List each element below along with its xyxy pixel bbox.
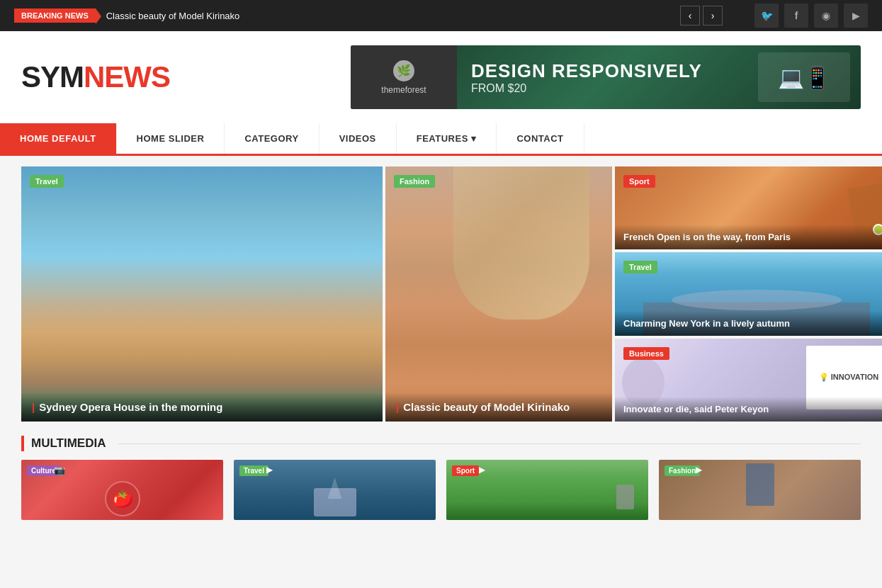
media-card-fashion[interactable]: Fashion ▶: [659, 460, 861, 520]
media-tag-fashion: Fashion: [665, 465, 700, 476]
card-caption-travel2: Charming New York in a lively autumn: [615, 311, 882, 336]
card-tag-sport: Sport: [623, 175, 655, 188]
youtube-icon[interactable]: ▶: [844, 4, 868, 28]
media-card-culture[interactable]: 🍅 Culture 📷: [21, 460, 223, 520]
card-caption-travel: Sydney Opera House in the morning: [21, 392, 383, 422]
breaking-news-text: Classic beauty of Model Kirinako: [106, 11, 669, 21]
social-icons-bar: 🐦 f ◉ ▶: [754, 4, 868, 28]
next-arrow[interactable]: ›: [703, 6, 723, 26]
banner-tf-logo: 🌿 themeforest: [351, 45, 457, 109]
media-tag-sport: Sport: [452, 465, 479, 476]
logo-sym: SYM: [21, 60, 84, 94]
banner-title: DESIGN RESPONSIVELY: [471, 60, 702, 82]
logo[interactable]: SYMNEWS: [21, 60, 170, 94]
nav-home-default[interactable]: HOME DEFAULT: [0, 123, 117, 154]
news-nav-arrows: ‹ ›: [680, 6, 723, 26]
facebook-icon[interactable]: f: [784, 4, 808, 28]
banner-devices: 💻📱: [758, 52, 861, 102]
tf-icon: 🌿: [393, 60, 414, 81]
card-tag-travel2: Travel: [623, 261, 657, 273]
main-nav: HOME DEFAULT HOME SLIDER CATEGORY VIDEOS…: [0, 123, 882, 156]
camera-icon: 📷: [54, 465, 65, 475]
device-icons: 💻📱: [758, 52, 850, 102]
logo-news: NEWS: [84, 60, 170, 94]
card-caption-business: Innovate or die, said Peter Keyon: [615, 397, 882, 422]
multimedia-grid: 🍅 Culture 📷 Travel ▶ Sport ▶ Fashion ▶: [21, 460, 861, 520]
media-card-travel[interactable]: Travel ▶: [234, 460, 436, 520]
card-fashion[interactable]: Fashion Classic beauty of Model Kirinako: [385, 166, 612, 422]
card-tag-fashion: Fashion: [394, 175, 435, 188]
breaking-news-bar: BREAKING NEWS Classic beauty of Model Ki…: [0, 0, 882, 31]
section-divider: [118, 443, 861, 444]
nav-home-slider[interactable]: HOME SLIDER: [117, 123, 225, 154]
card-tag-business: Business: [623, 347, 669, 360]
prev-arrow[interactable]: ‹: [680, 6, 700, 26]
card-caption-fashion: Classic beauty of Model Kirinako: [385, 392, 612, 422]
section-accent: [21, 436, 24, 451]
nav-category[interactable]: CATEGORY: [225, 123, 319, 154]
card-travel2[interactable]: Travel Charming New York in a lively aut…: [615, 252, 882, 335]
right-column: Sport French Open is on the way, from Pa…: [615, 166, 882, 422]
play-icon-travel: ▶: [266, 465, 273, 475]
media-tag-travel: Travel: [239, 465, 268, 476]
card-sport[interactable]: Sport French Open is on the way, from Pa…: [615, 166, 882, 249]
nav-contact[interactable]: CONTACT: [497, 123, 584, 154]
card-business[interactable]: 💡 INNOVATION Business Innovate or die, s…: [615, 339, 882, 422]
play-icon-fashion: ▶: [696, 465, 702, 475]
main-grid: Travel Sydney Opera House in the morning…: [21, 166, 861, 422]
card-caption-sport: French Open is on the way, from Paris: [615, 225, 882, 249]
nav-videos[interactable]: VIDEOS: [320, 123, 397, 154]
card-tag-travel-large: Travel: [30, 175, 64, 188]
banner-content: DESIGN RESPONSIVELY FROM $20: [457, 60, 716, 95]
media-card-sport[interactable]: Sport ▶: [446, 460, 648, 520]
banner-subtitle: FROM $20: [471, 82, 702, 95]
dribbble-icon[interactable]: ◉: [814, 4, 838, 28]
breaking-news-label: BREAKING NEWS: [14, 9, 96, 23]
main-content: Travel Sydney Opera House in the morning…: [0, 156, 882, 531]
multimedia-section-header: MULTIMEDIA: [21, 436, 861, 451]
card-travel-large[interactable]: Travel Sydney Opera House in the morning: [21, 166, 383, 422]
multimedia-title: MULTIMEDIA: [31, 436, 106, 451]
tf-label: themeforest: [381, 85, 426, 95]
play-icon-sport: ▶: [479, 465, 485, 475]
nav-features[interactable]: FEATURES ▾: [397, 123, 497, 154]
header: SYMNEWS 🌿 themeforest DESIGN RESPONSIVEL…: [0, 31, 882, 123]
banner-ad[interactable]: 🌿 themeforest DESIGN RESPONSIVELY FROM $…: [351, 45, 861, 109]
twitter-icon[interactable]: 🐦: [754, 4, 779, 28]
